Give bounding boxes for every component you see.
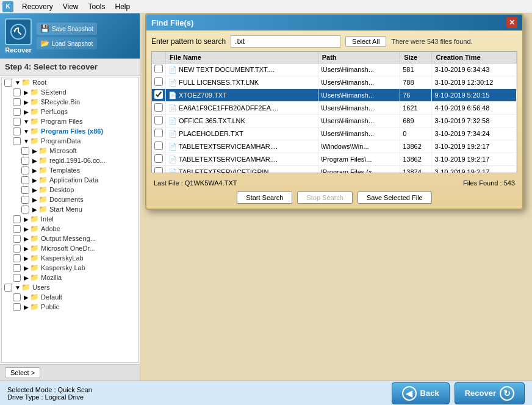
tree-toggle[interactable]: ▼ <box>14 284 21 291</box>
tree-item[interactable]: ▼📁Program Files <box>2 116 138 126</box>
tree-item[interactable]: ▶📁Templates <box>2 165 138 175</box>
tree-toggle[interactable]: ▼ <box>14 79 21 86</box>
menu-help[interactable]: Help <box>110 1 135 12</box>
recover-nav-button[interactable]: Recover ↻ <box>455 382 525 404</box>
menu-view[interactable]: View <box>58 1 84 12</box>
tree-checkbox[interactable] <box>13 254 21 262</box>
tree-item[interactable]: ▶📁Desktop <box>2 185 138 195</box>
tree-toggle[interactable]: ▶ <box>31 167 38 174</box>
tree-item[interactable]: ▶📁KasperskyLab <box>2 253 138 263</box>
tree-item[interactable]: ▶📁Mozilla <box>2 273 138 282</box>
file-checkbox[interactable] <box>154 65 163 73</box>
tree-checkbox[interactable] <box>13 274 21 282</box>
tree-checkbox[interactable] <box>21 176 29 184</box>
back-button[interactable]: ◀ Back <box>392 382 450 404</box>
menu-recovery[interactable]: Recovery <box>17 1 58 12</box>
load-snapshot-button[interactable]: 📂 Load Snapshot <box>37 37 97 49</box>
tree-toggle[interactable]: ▼ <box>23 128 30 135</box>
tree-toggle[interactable]: ▶ <box>23 235 30 242</box>
tree-toggle[interactable]: ▶ <box>23 294 30 301</box>
start-search-button[interactable]: Start Search <box>237 192 292 204</box>
tree-item[interactable]: ▶📁$Recycle.Bin <box>2 97 138 107</box>
table-row[interactable]: 📄 PLACEHOLDER.TXT\Users\Himansh...03-10-… <box>152 127 517 140</box>
tree-item[interactable]: ▶📁Microsoft <box>2 146 138 156</box>
tree-item[interactable]: ▶📁Adobe <box>2 224 138 234</box>
tree-item[interactable]: ▼📁ProgramData <box>2 136 138 146</box>
tree-toggle[interactable]: ▶ <box>31 206 38 213</box>
tree-checkbox[interactable] <box>21 157 29 165</box>
tree-checkbox[interactable] <box>13 235 21 243</box>
tree-toggle[interactable]: ▶ <box>23 226 30 232</box>
tree-item[interactable]: ▶📁Public <box>2 302 138 312</box>
table-row[interactable]: 📄 XTOEZ709.TXT\Users\Himansh...769-10-20… <box>152 89 517 102</box>
recover-button[interactable] <box>5 18 32 45</box>
tree-toggle[interactable]: ▶ <box>23 109 30 115</box>
tree-checkbox[interactable] <box>13 137 21 145</box>
file-list-container[interactable]: File Name Path Size Creation Time 📄 NEW … <box>151 51 517 173</box>
tree-checkbox[interactable] <box>4 284 12 292</box>
tree-checkbox[interactable] <box>13 98 21 106</box>
file-checkbox[interactable] <box>154 116 163 124</box>
file-checkbox[interactable] <box>154 167 163 173</box>
tree-checkbox[interactable] <box>13 245 21 253</box>
select-all-button[interactable]: Select All <box>345 36 386 47</box>
tree-checkbox[interactable] <box>13 225 21 233</box>
tree-item[interactable]: ▼📁Users <box>2 282 138 292</box>
tree-checkbox[interactable] <box>21 186 29 194</box>
tree-checkbox[interactable] <box>21 206 29 213</box>
tree-toggle[interactable]: ▶ <box>23 255 30 262</box>
tree-checkbox[interactable] <box>13 108 21 116</box>
tree-item[interactable]: ▶📁regid.1991-06.co... <box>2 156 138 165</box>
stop-search-button[interactable]: Stop Search <box>297 192 353 204</box>
tree-item[interactable]: ▼📁Root <box>2 77 138 87</box>
tree-checkbox[interactable] <box>13 303 21 311</box>
tree-toggle[interactable]: ▶ <box>31 196 38 203</box>
tree-toggle[interactable]: ▶ <box>23 274 30 281</box>
tree-checkbox[interactable] <box>21 147 29 155</box>
file-checkbox[interactable] <box>154 77 163 86</box>
tree-toggle[interactable]: ▶ <box>23 216 30 223</box>
tree-checkbox[interactable] <box>13 118 21 126</box>
tree-checkbox[interactable] <box>13 127 21 135</box>
tree-toggle[interactable]: ▶ <box>23 245 30 252</box>
file-checkbox[interactable] <box>154 129 163 137</box>
tree-toggle[interactable]: ▶ <box>23 265 30 271</box>
tree-toggle[interactable]: ▼ <box>23 118 30 125</box>
table-row[interactable]: 📄 FULL LICENSES.TXT.LNK\Users\Himansh...… <box>152 76 517 89</box>
tree-item[interactable]: ▶📁Intel <box>2 214 138 224</box>
tree-item[interactable]: ▶📁Documents <box>2 195 138 204</box>
tree-item[interactable]: ▶📁Output Messeng... <box>2 234 138 243</box>
save-snapshot-button[interactable]: 💾 Save Snapshot <box>37 23 97 35</box>
tree-checkbox[interactable] <box>21 167 29 174</box>
tree-item[interactable]: ▶📁Microsoft OneDr... <box>2 243 138 253</box>
file-checkbox[interactable] <box>154 154 163 163</box>
tree-item[interactable]: ▶📁Kaspersky Lab <box>2 263 138 273</box>
tree-item[interactable]: ▶📁Start Menu <box>2 204 138 214</box>
tree-checkbox[interactable] <box>13 88 21 96</box>
tree-toggle[interactable]: ▶ <box>23 99 30 106</box>
tree-toggle[interactable]: ▼ <box>23 138 30 145</box>
select-button[interactable]: Select > <box>5 367 40 378</box>
table-row[interactable]: 📄 NEW TEXT DOCUMENT.TXT....\Users\Himans… <box>152 63 517 76</box>
tree-item[interactable]: ▶📁PerfLogs <box>2 107 138 116</box>
dialog-close-button[interactable]: ✕ <box>506 17 517 28</box>
tree-toggle[interactable]: ▶ <box>23 304 30 310</box>
table-row[interactable]: 📄 TABLETEXTSERVICEAMHAR....\Windows\Win.… <box>152 140 517 153</box>
tree-checkbox[interactable] <box>13 293 21 301</box>
table-row[interactable]: 📄 EA6A1F9CE1FFB20ADFF2EA....\Users\Himan… <box>152 102 517 115</box>
tree-checkbox[interactable] <box>21 196 29 204</box>
tree-toggle[interactable]: ▶ <box>31 177 38 184</box>
tree-item[interactable]: ▼📁Program Files (x86) <box>2 126 138 136</box>
table-row[interactable]: 📄 TABLETEXTSERVICEAMHAR....\Program File… <box>152 153 517 166</box>
tree-toggle[interactable]: ▶ <box>31 187 38 193</box>
file-checkbox[interactable] <box>154 142 163 150</box>
tree-item[interactable]: ▶📁Default <box>2 292 138 302</box>
table-row[interactable]: 📄 TABLETEXTSERVICETIGRIN....\Program Fil… <box>152 166 517 174</box>
file-checkbox[interactable] <box>154 103 163 112</box>
file-checkbox[interactable] <box>154 90 163 99</box>
tree-toggle[interactable]: ▶ <box>31 148 38 154</box>
tree-item[interactable]: ▶📁Application Data <box>2 175 138 185</box>
tree-checkbox[interactable] <box>4 79 12 87</box>
search-input[interactable] <box>231 35 340 48</box>
tree-checkbox[interactable] <box>13 215 21 223</box>
